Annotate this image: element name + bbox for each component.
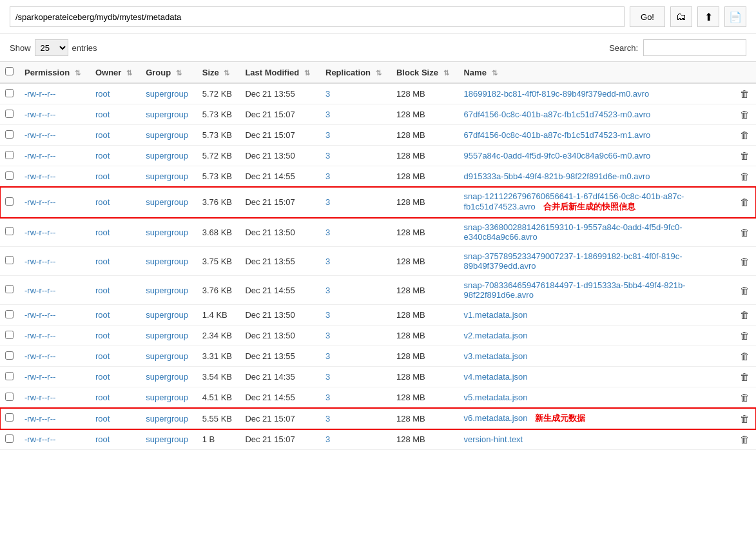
permission-link[interactable]: -rw-r--r-- bbox=[24, 414, 55, 424]
group-link[interactable]: supergroup bbox=[146, 331, 188, 340]
row-checkbox[interactable] bbox=[5, 372, 14, 380]
replication-link[interactable]: 3 bbox=[325, 151, 330, 161]
row-checkbox[interactable] bbox=[5, 285, 14, 293]
owner-link[interactable]: root bbox=[95, 228, 110, 237]
owner-link[interactable]: root bbox=[95, 434, 110, 444]
replication-link[interactable]: 3 bbox=[325, 171, 330, 181]
owner-link[interactable]: root bbox=[95, 257, 110, 266]
delete-icon[interactable]: 🗑 bbox=[740, 309, 750, 320]
name-link[interactable]: snap-3757895233479007237-1-18699182-bc81… bbox=[463, 251, 682, 271]
replication-link[interactable]: 3 bbox=[325, 310, 330, 320]
group-link[interactable]: supergroup bbox=[146, 257, 188, 266]
replication-link[interactable]: 3 bbox=[325, 351, 330, 361]
owner-link[interactable]: root bbox=[95, 110, 110, 119]
group-link[interactable]: supergroup bbox=[146, 197, 188, 207]
replication-link[interactable]: 3 bbox=[325, 414, 330, 424]
delete-icon[interactable]: 🗑 bbox=[740, 171, 750, 182]
delete-icon[interactable]: 🗑 bbox=[740, 109, 750, 120]
replication-link[interactable]: 3 bbox=[325, 434, 330, 444]
delete-icon[interactable]: 🗑 bbox=[740, 256, 750, 267]
owner-link[interactable]: root bbox=[95, 331, 110, 340]
delete-icon[interactable]: 🗑 bbox=[740, 392, 750, 403]
row-checkbox[interactable] bbox=[5, 110, 14, 118]
name-link[interactable]: v3.metadata.json bbox=[463, 351, 527, 361]
name-link[interactable]: 9557a84c-0add-4f5d-9fc0-e340c84a9c66-m0.… bbox=[463, 151, 650, 161]
name-link[interactable]: snap-7083364659476184497-1-d915333a-5bb4… bbox=[463, 280, 685, 300]
replication-link[interactable]: 3 bbox=[325, 286, 330, 295]
replication-link[interactable]: 3 bbox=[325, 331, 330, 340]
upload-icon-btn[interactable]: ⬆ bbox=[697, 6, 719, 27]
name-link[interactable]: version-hint.text bbox=[463, 434, 523, 444]
replication-link[interactable]: 3 bbox=[325, 372, 330, 382]
permission-link[interactable]: -rw-r--r-- bbox=[24, 110, 55, 119]
replication-link[interactable]: 3 bbox=[325, 257, 330, 266]
owner-link[interactable]: root bbox=[95, 286, 110, 295]
group-link[interactable]: supergroup bbox=[146, 110, 188, 119]
delete-icon[interactable]: 🗑 bbox=[740, 285, 750, 296]
header-replication[interactable]: Replication ⇅ bbox=[320, 62, 391, 84]
header-name[interactable]: Name ⇅ bbox=[458, 62, 734, 84]
permission-link[interactable]: -rw-r--r-- bbox=[24, 351, 55, 361]
group-link[interactable]: supergroup bbox=[146, 171, 188, 181]
owner-link[interactable]: root bbox=[95, 171, 110, 181]
folder-icon-btn[interactable]: 🗂 bbox=[670, 6, 692, 27]
permission-link[interactable]: -rw-r--r-- bbox=[24, 89, 55, 99]
row-checkbox[interactable] bbox=[5, 310, 14, 318]
owner-link[interactable]: root bbox=[95, 89, 110, 99]
delete-icon[interactable]: 🗑 bbox=[740, 130, 750, 141]
delete-icon[interactable]: 🗑 bbox=[740, 150, 750, 161]
delete-icon[interactable]: 🗑 bbox=[740, 434, 750, 445]
permission-link[interactable]: -rw-r--r-- bbox=[24, 171, 55, 181]
name-link[interactable]: v2.metadata.json bbox=[463, 331, 527, 340]
permission-link[interactable]: -rw-r--r-- bbox=[24, 197, 55, 207]
delete-icon[interactable]: 🗑 bbox=[740, 197, 750, 208]
row-checkbox[interactable] bbox=[5, 89, 14, 97]
owner-link[interactable]: root bbox=[95, 351, 110, 361]
permission-link[interactable]: -rw-r--r-- bbox=[24, 130, 55, 140]
row-checkbox[interactable] bbox=[5, 151, 14, 159]
delete-icon[interactable]: 🗑 bbox=[740, 413, 750, 424]
row-checkbox[interactable] bbox=[5, 434, 14, 443]
owner-link[interactable]: root bbox=[95, 151, 110, 161]
replication-link[interactable]: 3 bbox=[325, 89, 330, 99]
owner-link[interactable]: root bbox=[95, 393, 110, 402]
permission-link[interactable]: -rw-r--r-- bbox=[24, 151, 55, 161]
replication-link[interactable]: 3 bbox=[325, 393, 330, 402]
file-icon-btn[interactable]: 📄 bbox=[724, 6, 746, 27]
row-checkbox[interactable] bbox=[5, 171, 14, 180]
row-checkbox[interactable] bbox=[5, 331, 14, 339]
group-link[interactable]: supergroup bbox=[146, 151, 188, 161]
permission-link[interactable]: -rw-r--r-- bbox=[24, 434, 55, 444]
delete-icon[interactable]: 🗑 bbox=[740, 330, 750, 341]
permission-link[interactable]: -rw-r--r-- bbox=[24, 372, 55, 382]
group-link[interactable]: supergroup bbox=[146, 351, 188, 361]
permission-link[interactable]: -rw-r--r-- bbox=[24, 286, 55, 295]
row-checkbox[interactable] bbox=[5, 351, 14, 360]
entries-select[interactable]: 10 25 50 100 bbox=[35, 39, 68, 56]
name-link[interactable]: v6.metadata.json bbox=[463, 413, 527, 423]
name-link[interactable]: snap-3368002881426159310-1-9557a84c-0add… bbox=[463, 222, 682, 242]
permission-link[interactable]: -rw-r--r-- bbox=[24, 310, 55, 320]
replication-link[interactable]: 3 bbox=[325, 228, 330, 237]
group-link[interactable]: supergroup bbox=[146, 372, 188, 382]
group-link[interactable]: supergroup bbox=[146, 393, 188, 402]
group-link[interactable]: supergroup bbox=[146, 310, 188, 320]
group-link[interactable]: supergroup bbox=[146, 89, 188, 99]
name-link[interactable]: v5.metadata.json bbox=[463, 393, 527, 402]
name-link[interactable]: d915333a-5bb4-49f4-821b-98f22f891d6e-m0.… bbox=[463, 171, 650, 181]
delete-icon[interactable]: 🗑 bbox=[740, 371, 750, 382]
permission-link[interactable]: -rw-r--r-- bbox=[24, 257, 55, 266]
delete-icon[interactable]: 🗑 bbox=[740, 88, 750, 99]
name-link[interactable]: v4.metadata.json bbox=[463, 372, 527, 382]
search-input[interactable] bbox=[643, 39, 746, 56]
select-all-checkbox[interactable] bbox=[5, 67, 14, 75]
row-checkbox[interactable] bbox=[5, 256, 14, 264]
owner-link[interactable]: root bbox=[95, 130, 110, 140]
owner-link[interactable]: root bbox=[95, 372, 110, 382]
header-last-modified[interactable]: Last Modified ⇅ bbox=[240, 62, 320, 84]
permission-link[interactable]: -rw-r--r-- bbox=[24, 393, 55, 402]
header-size[interactable]: Size ⇅ bbox=[197, 62, 240, 84]
group-link[interactable]: supergroup bbox=[146, 414, 188, 424]
owner-link[interactable]: root bbox=[95, 310, 110, 320]
row-checkbox[interactable] bbox=[5, 227, 14, 235]
